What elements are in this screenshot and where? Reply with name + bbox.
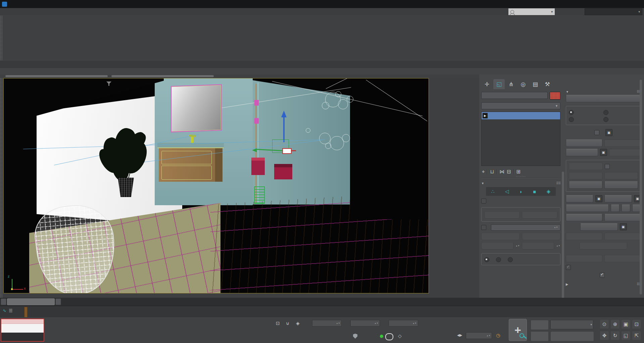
grow-button[interactable] (522, 233, 560, 240)
zoom-icon[interactable]: ⊙ (600, 320, 609, 329)
by-vertex-checkbox[interactable] (481, 198, 486, 204)
red-box-object[interactable] (251, 158, 265, 175)
safe-scene-shield-icon[interactable] (353, 334, 357, 339)
object-name-field[interactable] (481, 92, 548, 99)
polygon-mode-icon[interactable]: ■ (533, 189, 536, 194)
angle-value-field[interactable]: ▲▼ (491, 224, 560, 231)
selection-rollout-header[interactable]: ▼ ⠿⠿ (481, 181, 560, 185)
zoom-all-icon[interactable]: ⊕ (611, 320, 620, 329)
move-gizmo[interactable] (252, 111, 299, 158)
repeat-last-button[interactable] (566, 95, 641, 102)
spinner-icon[interactable]: ▲▼ (515, 242, 520, 249)
absolute-offset-toggle-icon[interactable]: ◈ (296, 321, 300, 326)
current-frame-field[interactable]: ▲▼ (466, 332, 492, 339)
enabled-count-badge[interactable] (385, 333, 393, 340)
toolbar-dock-handle[interactable] (0, 15, 3, 60)
preserve-uvs-settings-icon[interactable]: ▣ (605, 129, 612, 136)
attach-settings-icon[interactable]: ▣ (600, 149, 607, 156)
mini-curve-editor-icon[interactable]: ∿ (3, 308, 6, 313)
constraint-none-radio[interactable] (569, 110, 574, 115)
planar-x-button[interactable] (611, 205, 620, 212)
maximize-viewport-icon[interactable]: ◱ (622, 331, 630, 340)
edge-mode-icon[interactable]: ◁ (505, 188, 509, 194)
create-tab[interactable]: ✛ (481, 79, 493, 89)
y-coordinate-field[interactable]: ▲▼ (350, 320, 380, 327)
set-key-filters-button[interactable] (531, 331, 549, 341)
x-coordinate-field[interactable]: ▲▼ (312, 320, 342, 327)
maxscript-mini-listener[interactable] (1, 319, 44, 342)
workspace-dropdown[interactable]: ▾ (585, 8, 642, 15)
orbit-icon[interactable]: ↻ (611, 331, 620, 340)
cut-button[interactable] (604, 181, 638, 189)
modifier-list-dropdown[interactable]: ▼ (481, 102, 560, 109)
backface-button[interactable] (484, 211, 520, 219)
edit-geometry-rollout-header[interactable]: ▼ ⠿⠿ (566, 90, 641, 94)
relax-settings-icon[interactable]: ▣ (620, 223, 627, 230)
subdivision-surface-rollout-header[interactable]: ▶ ⠿⠿ (566, 282, 641, 286)
by-angle-checkbox[interactable] (481, 225, 486, 230)
panel-scrollbar[interactable] (640, 80, 642, 294)
signin-user-button[interactable]: ▾ (508, 8, 555, 15)
preserve-uvs-checkbox[interactable] (594, 130, 599, 135)
collapse-button[interactable] (604, 139, 641, 147)
attach-button[interactable] (566, 149, 598, 156)
time-slider-prev-button[interactable] (1, 298, 6, 305)
zoom-region-icon[interactable]: ⊡ (632, 320, 641, 329)
hide-unselected-button[interactable] (580, 242, 627, 249)
auto-key-button[interactable] (531, 320, 549, 330)
utilities-tab[interactable]: ⚒ (542, 79, 553, 89)
view-align-button[interactable] (566, 214, 602, 221)
make-unique-icon[interactable]: ⋈ (499, 169, 504, 175)
spinner-icon[interactable]: ▲▼ (374, 323, 379, 324)
grid-align-button[interactable] (604, 214, 641, 221)
constraint-face-radio[interactable] (569, 117, 574, 122)
planar-y-button[interactable] (622, 205, 630, 212)
current-frame-marker[interactable] (24, 307, 28, 318)
spinner-icon[interactable]: ▲▼ (556, 242, 560, 249)
full-interactivity-checkbox[interactable] (600, 273, 605, 278)
selected-set-dropdown[interactable]: ▾ (550, 320, 593, 329)
object-color-swatch[interactable] (550, 92, 560, 100)
spinner-icon[interactable]: ▲▼ (412, 323, 417, 324)
maximize-button[interactable] (613, 0, 629, 8)
preview-off-radio[interactable] (484, 257, 489, 262)
quickslice-button[interactable] (569, 181, 602, 189)
left-column-scrollbar[interactable] (562, 172, 564, 299)
ring-button[interactable] (481, 242, 513, 249)
minimize-button[interactable] (598, 0, 613, 8)
hierarchy-tab[interactable]: ⋔ (505, 79, 517, 89)
constraint-edge-radio[interactable] (603, 110, 608, 115)
camera-viewport[interactable]: z x (3, 78, 429, 293)
pin-stack-icon[interactable]: ⌖ (482, 169, 485, 175)
msmooth-settings-icon[interactable]: ▣ (595, 195, 602, 202)
border-mode-icon[interactable]: ◗ (519, 189, 523, 194)
make-planar-button[interactable] (566, 205, 609, 212)
relax-button[interactable] (580, 223, 618, 231)
set-keys-button[interactable]: + (509, 319, 527, 341)
remove-modifier-icon[interactable]: ⊟ (507, 169, 511, 175)
modify-tab[interactable]: ◱ (493, 79, 505, 89)
preview-multi-radio[interactable] (508, 257, 513, 262)
configure-modifier-sets-icon[interactable]: ⊞ (516, 169, 521, 175)
modifier-stack[interactable]: ▶ (481, 112, 560, 166)
display-tab[interactable]: ▤ (530, 79, 541, 89)
copy-button[interactable] (566, 255, 602, 262)
close-button[interactable] (629, 0, 644, 8)
loop-button[interactable] (522, 242, 554, 249)
bathtub-object[interactable] (37, 205, 116, 293)
detach-button[interactable] (609, 149, 641, 156)
fullscreen-icon[interactable]: ⇱ (632, 331, 641, 340)
selection-lock-icon[interactable]: ⊍ (286, 321, 289, 326)
time-configuration-icon[interactable]: ◷ (496, 333, 500, 338)
motion-tab[interactable]: ◎ (517, 79, 529, 89)
track-bar[interactable]: ∿ ☰ (0, 306, 644, 318)
vertex-mode-icon[interactable]: ∴ (491, 188, 495, 194)
z-coordinate-field[interactable]: ▲▼ (389, 320, 418, 327)
show-end-result-icon[interactable]: ⊔ (490, 169, 494, 175)
time-slider-next-button[interactable] (55, 298, 61, 305)
panel-splitter[interactable] (481, 177, 560, 178)
key-filters-button[interactable] (550, 331, 594, 341)
occluded-button[interactable] (522, 211, 557, 219)
vanity-object[interactable] (157, 143, 224, 183)
listener-pane[interactable] (1, 324, 44, 333)
